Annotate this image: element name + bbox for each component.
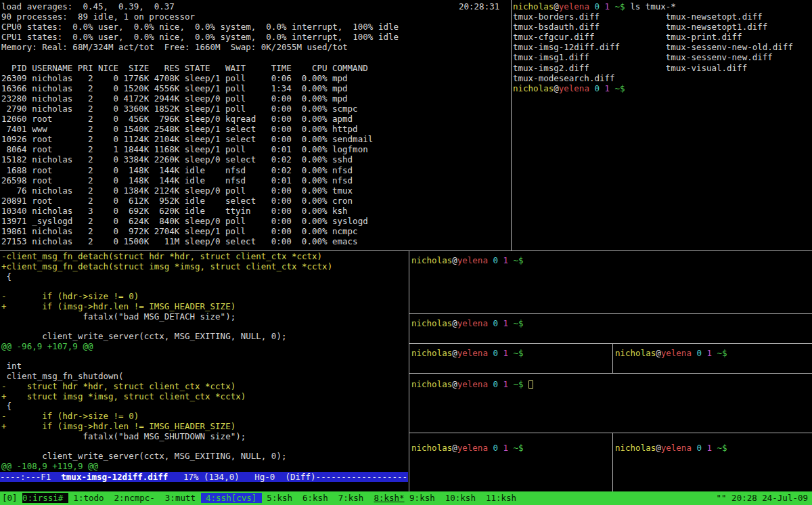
top-command-pane[interactable]: 20:28:31 load averages: 0.45, 0.39, 0.37… <box>0 0 510 250</box>
ls-output-row: tmux-cfgcur.difftmux-print.diff <box>513 32 812 42</box>
process-row: 8064root211844K1168Ksleep/1poll0:010.00%… <box>1 144 510 154</box>
process-row: 13971_syslogd20624K840Ksleep/0poll0:000.… <box>1 216 510 226</box>
diff-line: @@ -108,9 +119,9 @@ <box>1 462 408 472</box>
diff-line: int <box>1 361 408 372</box>
shell-pane-7[interactable]: nicholas@yelena 0 1 ~$ <box>613 433 812 491</box>
top-summary-line: load averages: 0.45, 0.39, 0.37 <box>1 1 510 12</box>
process-table: 26309nicholas201776K4708Ksleep/1poll0:06… <box>1 73 510 247</box>
shell-pane-5[interactable]: nicholas@yelena 0 1 ~$ <box>409 374 812 433</box>
process-row: 7401www201540K2548Ksleep/1select0:000.00… <box>1 124 510 134</box>
shell-prompt: nicholas@yelena 0 1 ~$ <box>615 344 812 354</box>
diff-line <box>1 352 408 362</box>
emacs-modeline: ----:---F1 tmux-imsg-12diff.diff 17% (13… <box>0 472 408 482</box>
diff-line <box>1 322 408 332</box>
diff-line: - if (hdr->size != 0) <box>1 412 408 422</box>
process-table-header: PIDUSERNAMEPRINICESIZERESSTATEWAITTIMECP… <box>1 63 510 73</box>
diff-line: + struct imsg *imsg, struct client_ctx *… <box>1 392 408 402</box>
process-row: 20891root20612K952Kidleselect0:000.00%cr… <box>1 196 510 206</box>
shell-prompt: nicholas@yelena 0 1 ~$ <box>411 433 612 443</box>
shell-prompt: nicholas@yelena 0 1 ~$ <box>411 251 812 261</box>
process-row: 10926root201124K2104Ksleep/1select0:000.… <box>1 134 510 144</box>
shell-prompt: nicholas@yelena 0 1 ~$ <box>411 314 812 324</box>
tmux-screen: { "colors": { "background": "#000000", "… <box>0 0 812 505</box>
diff-line <box>1 282 408 292</box>
status-window-entry[interactable]: 5:ksh 6:ksh 7:ksh <box>262 493 374 503</box>
diff-line: @@ -96,9 +107,9 @@ <box>1 342 408 352</box>
status-window-entry[interactable]: 1:todo 2:ncmpc- 3:mutt <box>68 493 201 503</box>
shell-pane-6[interactable]: nicholas@yelena 0 1 ~$ <box>409 433 612 491</box>
status-clock-date: "" 20:28 24-Jul-09 <box>717 491 808 505</box>
diff-line: { <box>1 272 408 282</box>
diff-line: client_msg_fn_shutdown( <box>1 372 408 382</box>
status-window-entry[interactable]: 8:ksh* <box>374 493 404 503</box>
diff-line <box>1 442 408 452</box>
status-window-entry[interactable]: 4:ssh[cvs] <box>201 493 262 503</box>
process-row: 1688root20148K144Kidlenfsd0:020.00%nfsd <box>1 165 510 175</box>
diff-line: fatalx("bad MSG_DETACH size"); <box>1 312 408 322</box>
session-name: [0] <box>2 493 22 503</box>
shell-pane-2[interactable]: nicholas@yelena 0 1 ~$ <box>409 314 812 343</box>
process-table-header-row: PIDUSERNAMEPRINICESIZERESSTATEWAITTIMECP… <box>1 63 510 73</box>
shell-prompt: nicholas@yelena 0 1 ~$ <box>615 433 812 443</box>
status-window-entry[interactable]: 0:irssi# <box>22 493 68 503</box>
process-row: 19861nicholas20972K2704Ksleep/1poll0:000… <box>1 226 510 236</box>
diff-line: client_write_server(cctx, MSG_EXITING, N… <box>1 452 408 462</box>
diff-line: +client_msg_fn_detach(struct imsg *imsg,… <box>1 262 408 272</box>
diff-line: + if (imsg->hdr.len != IMSG_HEADER_SIZE) <box>1 422 408 432</box>
process-row: 76nicholas201384K2124Ksleep/0poll0:000.0… <box>1 185 510 196</box>
diff-line: { <box>1 401 408 412</box>
ls-output-row: tmux-modesearch.diff <box>513 73 812 83</box>
blank-line <box>1 52 510 62</box>
process-row: 26309nicholas201776K4708Ksleep/1poll0:06… <box>1 73 510 83</box>
emacs-minibuffer <box>0 482 408 491</box>
ls-output-row: tmux-bsdauth.difftmux-newsetopt1.diff <box>513 22 812 32</box>
top-summary-line: CPU1 states: 0.0% user, 0.0% nice, 0.0% … <box>1 32 510 42</box>
process-row: 27153nicholas201500K11Msleep/0select0:00… <box>1 236 510 246</box>
top-clock: 20:28:31 <box>459 1 499 12</box>
shell-pane-1[interactable]: nicholas@yelena 0 1 ~$ <box>409 251 812 313</box>
top-summary: load averages: 0.45, 0.39, 0.3790 proces… <box>1 1 510 52</box>
diff-line: fatalx("bad MSG_SHUTDOWN size"); <box>1 432 408 442</box>
diff-line: client_write_server(cctx, MSG_EXITING, N… <box>1 332 408 342</box>
process-row: 12060root20456K796Ksleep/0kqread0:000.00… <box>1 114 510 124</box>
diff-line: - if (hdr->size != 0) <box>1 292 408 302</box>
process-row: 15182nicholas203384K2260Ksleep/0select0:… <box>1 154 510 164</box>
ls-shell-pane[interactable]: nicholas@yelena 0 1 ~$ ls tmux-* tmux-bo… <box>513 0 812 250</box>
ls-output-row: tmux-imsg2.difftmux-visual.diff <box>513 63 812 73</box>
shell-prompt: nicholas@yelena 0 1 ~$ <box>513 83 812 93</box>
window-list: 0:irssi# 1:todo 2:ncmpc- 3:mutt 4:ssh[cv… <box>22 493 516 503</box>
top-summary-line: 90 processes: 89 idle, 1 on processor <box>1 12 510 22</box>
shell-prompt: nicholas@yelena 0 1 ~$ ls tmux-* <box>513 1 812 12</box>
status-window-entry[interactable]: 9:ksh 10:ksh 11:ksh <box>405 493 517 503</box>
emacs-buffer-name: tmux-imsg-12diff.diff <box>61 472 168 482</box>
pane-border-top-vertical[interactable] <box>511 0 512 251</box>
top-summary-line: CPU0 states: 0.0% user, 0.0% nice, 0.0% … <box>1 22 510 32</box>
top-summary-line: Memory: Real: 68M/324M act/tot Free: 166… <box>1 42 510 52</box>
shell-prompt: nicholas@yelena 0 1 ~$ <box>411 344 612 354</box>
emacs-pane[interactable]: -client_msg_fn_detach(struct hdr *hdr, s… <box>0 252 408 491</box>
shell-pane-4[interactable]: nicholas@yelena 0 1 ~$ <box>613 344 812 373</box>
shell-pane-3[interactable]: nicholas@yelena 0 1 ~$ <box>409 344 612 373</box>
terminal-cursor <box>528 380 533 389</box>
tmux-status-bar: [0] 0:irssi# 1:todo 2:ncmpc- 3:mutt 4:ss… <box>0 491 812 505</box>
ls-output-row: tmux-imsg-12diff.difftmux-sessenv-new-ol… <box>513 42 812 52</box>
ls-output-row: tmux-borders.difftmux-newsetopt.diff <box>513 12 812 22</box>
process-row: 26598root20148K144Kidlenfsd0:010.00%nfsd <box>1 175 510 185</box>
process-row: 2790nicholas203360K1852Ksleep/1poll0:000… <box>1 104 510 114</box>
ls-output-row: tmux-imsg1.difftmux-sessenv-new.diff <box>513 52 812 62</box>
diff-line: - struct hdr *hdr, struct client_ctx *cc… <box>1 382 408 392</box>
ls-output: tmux-borders.difftmux-newsetopt.difftmux… <box>513 12 812 83</box>
diff-buffer: -client_msg_fn_detach(struct hdr *hdr, s… <box>1 252 408 472</box>
shell-panes-region: nicholas@yelena 0 1 ~$ nicholas@yelena 0… <box>409 251 812 491</box>
process-row: 23280nicholas204172K2944Ksleep/0poll0:00… <box>1 93 510 104</box>
diff-line: -client_msg_fn_detach(struct hdr *hdr, s… <box>1 252 408 262</box>
process-row: 16366nicholas201520K4556Ksleep/1poll1:34… <box>1 83 510 93</box>
shell-prompt: nicholas@yelena 0 1 ~$ <box>411 374 812 384</box>
diff-line: + if (imsg->hdr.len != IMSG_HEADER_SIZE) <box>1 302 408 312</box>
process-row: 10340nicholas30692K620Kidlettyin0:000.00… <box>1 206 510 216</box>
